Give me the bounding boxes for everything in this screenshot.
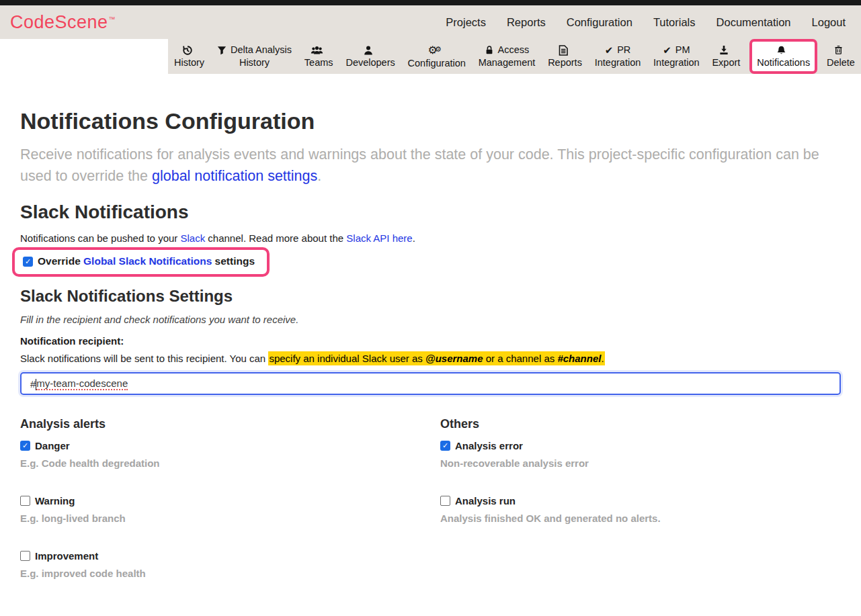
- others-heading: Others: [440, 417, 841, 431]
- improvement-checkbox[interactable]: [20, 551, 30, 561]
- toolbar-history[interactable]: History: [171, 39, 208, 74]
- notification-options: Analysis alerts ✓ Danger E.g. Code healt…: [20, 417, 841, 605]
- slack-description: Notifications can be pushed to your Slac…: [20, 232, 841, 244]
- slack-settings-heading: Slack Notifications Settings: [20, 286, 841, 306]
- toolbar-label: Teams: [304, 56, 333, 69]
- nav-logout[interactable]: Logout: [812, 16, 846, 29]
- danger-checkbox[interactable]: ✓: [20, 441, 30, 451]
- page-intro: Receive notifications for analysis event…: [20, 144, 824, 187]
- analysis-alerts-heading: Analysis alerts: [20, 417, 440, 431]
- toolbar-label: Integration: [653, 56, 700, 69]
- analysis-run-checkbox[interactable]: [440, 496, 450, 506]
- option-warning: Warning: [20, 495, 440, 507]
- global-slack-notifications-link[interactable]: Global Slack Notifications: [83, 255, 212, 267]
- nav-reports[interactable]: Reports: [507, 16, 546, 29]
- toolbar-notifications[interactable]: Notifications: [749, 39, 817, 74]
- lock-icon: [485, 45, 494, 55]
- toolbar-label: Integration: [595, 56, 641, 69]
- toolbar-label: History: [174, 56, 204, 69]
- filter-icon: [217, 46, 227, 55]
- highlighted-text: specify an individual Slack user as @use…: [268, 351, 604, 365]
- report-icon: [559, 45, 568, 56]
- check-icon: ✔: [663, 44, 671, 56]
- trash-icon: [834, 45, 843, 55]
- global-notification-settings-link[interactable]: global notification settings: [152, 168, 317, 184]
- recipient-value: my-team-codescene: [36, 378, 128, 390]
- analysis-alerts-column: Analysis alerts ✓ Danger E.g. Code healt…: [20, 417, 440, 605]
- channel-example: #channel: [557, 353, 601, 364]
- nav-documentation[interactable]: Documentation: [716, 16, 791, 29]
- toolbar-label: Export: [712, 56, 740, 69]
- toolbar-developers[interactable]: Developers: [342, 39, 398, 74]
- developer-icon: [364, 45, 373, 56]
- toolbar-pm-integration[interactable]: ✔PM Integration: [650, 39, 703, 74]
- recipient-label: Notification recipient:: [20, 335, 841, 347]
- toolbar-label: History: [239, 56, 270, 69]
- toolbar-export[interactable]: Export: [708, 39, 743, 74]
- danger-description: E.g. Code health degredation: [20, 457, 440, 469]
- window-top-bar: [0, 0, 861, 5]
- check-icon: ✔: [605, 44, 614, 56]
- recipient-input[interactable]: #my-team-codescene: [20, 372, 841, 395]
- brand-text: CodeScene: [10, 12, 108, 32]
- nav-projects[interactable]: Projects: [446, 16, 486, 29]
- main-content: Notifications Configuration Receive noti…: [0, 107, 861, 616]
- toolbar-reports[interactable]: Reports: [544, 39, 585, 74]
- app-header: CodeScene™ Projects Reports Configuratio…: [0, 5, 861, 39]
- analysis-error-description: Non-recoverable analysis error: [440, 457, 841, 469]
- toolbar-pr-integration[interactable]: ✔PR Integration: [591, 39, 645, 74]
- main-nav: Projects Reports Configuration Tutorials…: [446, 16, 861, 29]
- teams-icon: [311, 45, 323, 56]
- toolbar-label: Reports: [548, 56, 582, 69]
- toolbar-teams[interactable]: Teams: [301, 39, 337, 74]
- analysis-run-description: Analysis finished OK and generated no al…: [440, 513, 841, 524]
- override-annotation-box: ✓ Override Global Slack Notifications se…: [12, 247, 270, 277]
- option-analysis-run: Analysis run: [440, 495, 841, 507]
- slack-api-link[interactable]: Slack API here: [346, 232, 412, 244]
- analysis-error-checkbox[interactable]: ✓: [440, 441, 450, 451]
- bell-icon: [776, 45, 786, 56]
- project-toolbar: History Delta Analysis History Teams Dev…: [168, 39, 861, 74]
- improvement-description: E.g. improved code health: [20, 568, 440, 579]
- page-title: Notifications Configuration: [20, 107, 841, 135]
- warning-description: E.g. long-lived branch: [20, 513, 440, 524]
- warning-checkbox[interactable]: [20, 496, 30, 506]
- trademark-symbol: ™: [109, 15, 116, 23]
- export-icon: [719, 45, 729, 55]
- slack-link[interactable]: Slack: [180, 232, 205, 244]
- cogs-icon: ⚙⚙: [428, 43, 442, 57]
- nav-tutorials[interactable]: Tutorials: [653, 16, 696, 29]
- settings-hint: Fill in the recipient and check notifica…: [20, 314, 841, 325]
- username-example: @username: [425, 353, 483, 364]
- recipient-description: Slack notifications will be sent to this…: [20, 353, 841, 364]
- nav-configuration[interactable]: Configuration: [567, 16, 632, 29]
- slack-notifications-heading: Slack Notifications: [20, 201, 841, 223]
- codescene-logo[interactable]: CodeScene™: [0, 12, 116, 33]
- toolbar-label: Management: [479, 56, 536, 69]
- override-checkbox[interactable]: ✓: [23, 257, 33, 267]
- option-danger: ✓ Danger: [20, 440, 440, 451]
- history-icon: [182, 45, 193, 56]
- toolbar-label: Configuration: [408, 57, 466, 70]
- override-label: Override Global Slack Notifications sett…: [38, 255, 255, 267]
- toolbar-delta-analysis-history[interactable]: Delta Analysis History: [214, 39, 295, 74]
- toolbar-access-management[interactable]: Access Management: [475, 39, 539, 74]
- toolbar-configuration[interactable]: ⚙⚙ Configuration: [405, 39, 469, 74]
- toolbar-label: Notifications: [757, 56, 810, 69]
- toolbar-label: Developers: [345, 56, 395, 69]
- others-column: Others ✓ Analysis error Non-recoverable …: [440, 417, 841, 605]
- toolbar-label: Delete: [827, 56, 855, 69]
- toolbar-delete[interactable]: Delete: [823, 39, 858, 74]
- option-improvement: Improvement: [20, 550, 440, 562]
- option-analysis-error: ✓ Analysis error: [440, 440, 841, 451]
